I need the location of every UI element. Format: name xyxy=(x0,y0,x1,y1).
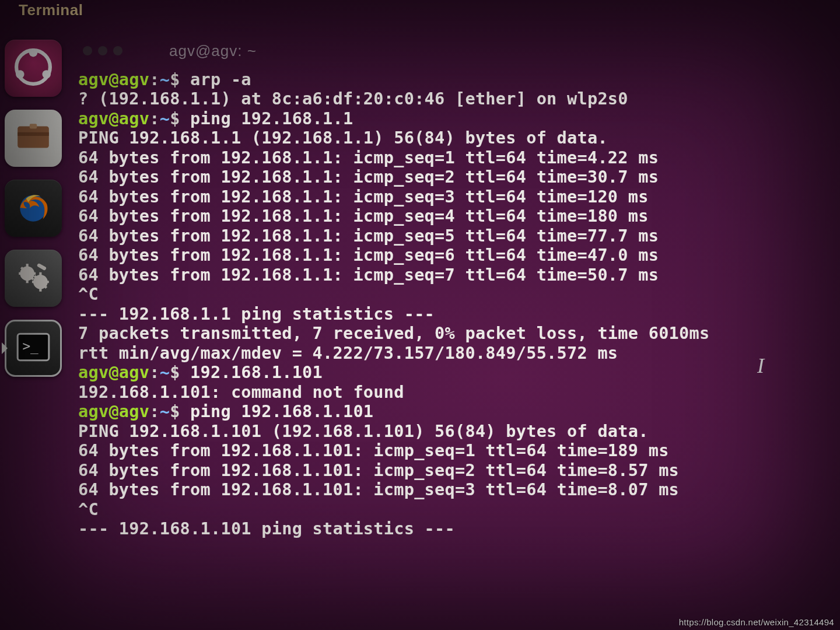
cwd: ~ xyxy=(160,70,170,89)
output-line: ^C xyxy=(78,285,832,304)
output-line: 64 bytes from 192.168.1.101: icmp_seq=2 … xyxy=(78,461,832,480)
files-icon xyxy=(14,118,52,159)
launcher-dock: >_ xyxy=(5,30,64,377)
output-line: 64 bytes from 192.168.1.1: icmp_seq=4 tt… xyxy=(78,206,832,226)
prompt-line: agv@agv:~$ ping 192.168.1.1 xyxy=(78,109,832,128)
window-min-icon[interactable] xyxy=(98,46,107,55)
window-controls[interactable] xyxy=(83,46,123,55)
output-line: 64 bytes from 192.168.1.1: icmp_seq=6 tt… xyxy=(78,246,832,265)
svg-rect-5 xyxy=(18,132,49,136)
prompt-line: agv@agv:~$ 192.168.1.101 xyxy=(78,363,832,382)
userhost: agv@agv xyxy=(78,109,149,128)
command-text: ping 192.168.1.1 xyxy=(190,109,353,128)
watermark: https://blog.csdn.net/weixin_42314494 xyxy=(679,618,834,626)
prompt-line: agv@agv:~$ arp -a xyxy=(78,70,832,89)
output-line: 64 bytes from 192.168.1.101: icmp_seq=3 … xyxy=(78,480,832,499)
window-close-icon[interactable] xyxy=(83,46,92,55)
svg-point-1 xyxy=(29,48,37,57)
output-line: --- 192.168.1.1 ping statistics --- xyxy=(78,304,832,324)
output-line: ? (192.168.1.1) at 8c:a6:df:20:c0:46 [et… xyxy=(78,89,832,108)
svg-rect-6 xyxy=(30,124,37,128)
ubuntu-dash-icon xyxy=(14,48,52,89)
window-titlebar[interactable]: agv@agv: ~ xyxy=(78,35,832,66)
userhost: agv@agv xyxy=(78,70,149,89)
launcher-item-dash[interactable] xyxy=(5,40,62,97)
output-line: 64 bytes from 192.168.1.1: icmp_seq=1 tt… xyxy=(78,148,832,167)
svg-point-3 xyxy=(42,70,50,78)
output-line: 192.168.1.101: command not found xyxy=(78,383,832,402)
cwd: ~ xyxy=(160,402,170,421)
launcher-item-files[interactable] xyxy=(5,110,62,167)
output-line: PING 192.168.1.101 (192.168.1.101) 56(84… xyxy=(78,422,832,441)
output-line: 64 bytes from 192.168.1.101: icmp_seq=1 … xyxy=(78,441,832,460)
app-title: Terminal xyxy=(19,1,83,19)
launcher-item-settings[interactable] xyxy=(5,250,62,307)
output-line: 64 bytes from 192.168.1.1: icmp_seq=3 tt… xyxy=(78,187,832,206)
settings-icon xyxy=(14,258,52,299)
svg-text:>_: >_ xyxy=(22,338,38,354)
cwd: ~ xyxy=(160,363,170,382)
output-line: 7 packets transmitted, 7 received, 0% pa… xyxy=(78,324,832,343)
terminal-output[interactable]: agv@agv:~$ arp -a? (192.168.1.1) at 8c:a… xyxy=(78,66,832,539)
firefox-icon xyxy=(14,188,52,229)
command-text: arp -a xyxy=(190,70,251,89)
prompt-line: agv@agv:~$ ping 192.168.1.101 xyxy=(78,402,832,421)
command-text: ping 192.168.1.101 xyxy=(190,402,373,421)
window-title: agv@agv: ~ xyxy=(169,42,257,60)
svg-point-2 xyxy=(16,70,24,78)
terminal-icon: >_ xyxy=(14,328,52,369)
output-line: 64 bytes from 192.168.1.1: icmp_seq=5 tt… xyxy=(78,226,832,246)
svg-rect-4 xyxy=(18,126,49,148)
output-line: rtt min/avg/max/mdev = 4.222/73.157/180.… xyxy=(78,344,832,363)
cwd: ~ xyxy=(160,109,170,128)
window-max-icon[interactable] xyxy=(113,46,123,55)
userhost: agv@agv xyxy=(78,363,149,382)
svg-rect-10 xyxy=(37,263,47,271)
output-line: --- 192.168.1.101 ping statistics --- xyxy=(78,519,832,538)
userhost: agv@agv xyxy=(78,402,149,421)
output-line: PING 192.168.1.1 (192.168.1.1) 56(84) by… xyxy=(78,128,832,148)
active-indicator-icon xyxy=(2,342,8,354)
launcher-item-firefox[interactable] xyxy=(5,180,62,237)
launcher-item-terminal[interactable]: >_ xyxy=(5,320,62,377)
output-line: ^C xyxy=(78,500,832,519)
terminal-window[interactable]: agv@agv: ~ agv@agv:~$ arp -a? (192.168.1… xyxy=(70,33,834,630)
output-line: 64 bytes from 192.168.1.1: icmp_seq=7 tt… xyxy=(78,265,832,285)
command-text: 192.168.1.101 xyxy=(190,363,323,382)
output-line: 64 bytes from 192.168.1.1: icmp_seq=2 tt… xyxy=(78,167,832,187)
